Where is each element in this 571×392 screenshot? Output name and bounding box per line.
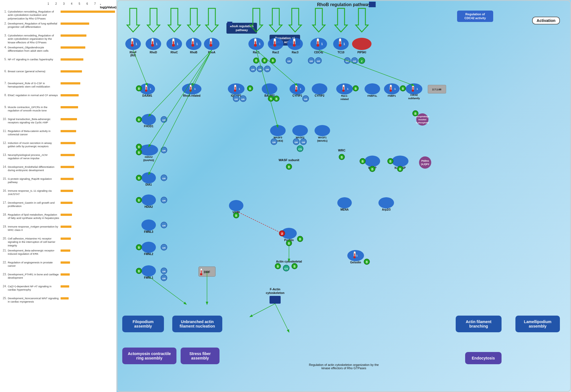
- svg-text:Actin cytoskeletal: Actin cytoskeletal: [276, 260, 302, 263]
- svg-point-89: [344, 58, 350, 64]
- bar-container: [61, 297, 116, 299]
- svg-text:GR: GR: [258, 68, 262, 71]
- filopodium-assembly-box[interactable]: Filopodiumassembly: [122, 316, 164, 332]
- actin-filament-branching-box[interactable]: Actin filamentbranching: [456, 316, 502, 332]
- svg-text:HDIA2: HDIA2: [144, 205, 153, 208]
- svg-point-157: [400, 86, 406, 91]
- row-number: 17.: [2, 201, 8, 204]
- svg-point-267: [364, 259, 370, 264]
- endocytosis-box[interactable]: Endocytosis: [465, 352, 502, 364]
- svg-point-204: [292, 125, 308, 136]
- svg-line-292: [149, 50, 212, 174]
- bar-container: [61, 261, 116, 264]
- svg-text:Cdc42: Cdc42: [410, 94, 418, 96]
- svg-line-293: [256, 50, 297, 86]
- lamellipodium-assembly-box[interactable]: Lamellipodiumassembly: [515, 316, 560, 332]
- svg-point-12: [146, 38, 161, 50]
- bar-label: Regulation of lipid metabolism_Regulatio…: [8, 213, 61, 220]
- list-item[interactable]: 16. Immune response_IL-11 signaling via …: [2, 189, 116, 201]
- list-item[interactable]: 11. Regulation of Beta-catenin activity …: [2, 129, 116, 141]
- list-item[interactable]: 7. Development_Role of G-CSF in hematopo…: [2, 82, 116, 93]
- list-item[interactable]: 19. Immune response_Antigen presentation…: [2, 225, 116, 237]
- list-item[interactable]: 23. Development_PTHR1 in bone and cartil…: [2, 273, 116, 284]
- svg-line-300: [250, 304, 275, 317]
- list-item[interactable]: 3. Cytoskeleton remodeling_Regulation of…: [2, 34, 116, 46]
- list-item[interactable]: 15. G-protein signaling_Rap2B regulation…: [2, 177, 116, 189]
- list-item[interactable]: 5. NF-AT signaling in cardiac hypertroph…: [2, 58, 116, 69]
- svg-rect-195: [200, 268, 202, 274]
- svg-text:Gelsolin: Gelsolin: [350, 261, 361, 264]
- svg-point-246: [337, 197, 352, 208]
- bar: [61, 249, 70, 252]
- list-item[interactable]: 9. Muscle contraction_GPCRs in the regul…: [2, 106, 116, 117]
- svg-point-15: [204, 38, 220, 50]
- svg-marker-3: [188, 8, 200, 32]
- svg-point-149: [247, 86, 253, 91]
- unbranched-actin-box[interactable]: Unbranched actinfilament nucleation: [172, 316, 222, 332]
- bar: [61, 214, 72, 216]
- svg-text:inositol: inositol: [418, 118, 426, 121]
- row-number: 5.: [2, 58, 8, 61]
- stress-fiber-assembly-box[interactable]: Stress fiberassembly: [181, 348, 220, 364]
- svg-line-294: [256, 50, 278, 127]
- svg-point-174: [136, 149, 142, 155]
- bar-label: Induction of mucin secretion in airway g…: [8, 141, 61, 148]
- row-number: 1.: [2, 10, 8, 13]
- svg-text:DRF: DRF: [204, 270, 210, 274]
- svg-text:B: B: [138, 270, 140, 273]
- svg-rect-49: [339, 38, 341, 45]
- svg-point-48: [316, 44, 319, 47]
- svg-text:TC10: TC10: [338, 51, 345, 54]
- svg-text:FHOD1: FHOD1: [144, 125, 153, 128]
- list-item[interactable]: 2. Development_Regulation of lung epithe…: [2, 22, 116, 34]
- list-item[interactable]: 8. ENaC regulation in normal and CF airw…: [2, 94, 116, 105]
- svg-point-20: [333, 38, 349, 50]
- list-item[interactable]: 21. Development_Beta-adrenergic receptor…: [2, 249, 116, 261]
- svg-text:VASP: VASP: [233, 211, 240, 214]
- bar-container: [61, 285, 116, 288]
- list-item[interactable]: 6. Breast cancer (general schema): [2, 70, 116, 81]
- cdc42-reg-box[interactable]: Regulation ofCDC42 activity: [457, 11, 493, 22]
- list-item[interactable]: 1. Cytoskeleton remodeling_Regulation of…: [2, 10, 116, 22]
- bar-container: [61, 118, 116, 120]
- svg-point-206: [293, 139, 299, 145]
- list-item[interactable]: 25. Development_Noncanonical WNT signali…: [2, 297, 116, 308]
- row-number: 24.: [2, 285, 8, 288]
- list-item[interactable]: 17. Development_Gastrin in cell growth a…: [2, 201, 116, 213]
- list-item[interactable]: 20. Cell adhesion_Histamine H1 receptor …: [2, 237, 116, 249]
- rac1-reg-box[interactable]: Regulation ofRAC1 activity: [270, 35, 300, 46]
- svg-line-290: [149, 50, 212, 116]
- bar: [61, 34, 86, 37]
- svg-marker-7: [289, 8, 301, 32]
- svg-text:RhoD: RhoD: [150, 51, 157, 54]
- actomyosin-ring-box[interactable]: Actomyosin contractilering assembly: [122, 348, 176, 364]
- list-item[interactable]: 14. Development_Endothelial differentiat…: [2, 165, 116, 177]
- right-panel[interactable]: RhoB regulation pathway Activation Regul…: [117, 0, 571, 392]
- svg-text:Arp2/3: Arp2/3: [382, 208, 391, 211]
- svg-point-33: [191, 44, 194, 47]
- list-item[interactable]: 22. Regulation of angiogenesis in prosta…: [2, 261, 116, 273]
- bar: [61, 202, 73, 204]
- list-item[interactable]: 13. Neurophysiological process_ACM regul…: [2, 153, 116, 165]
- bar-container: [61, 106, 116, 108]
- svg-point-13: [166, 38, 182, 50]
- svg-text:GR: GR: [353, 60, 356, 63]
- list-item[interactable]: 4. Development_Oligodendrocyte different…: [2, 46, 116, 58]
- list-item[interactable]: 24. Ca(2+)-dependent NF-AT signaling in …: [2, 285, 116, 296]
- list-item[interactable]: 18. Regulation of lipid metabolism_Regul…: [2, 213, 116, 225]
- svg-point-302: [297, 236, 303, 242]
- bar: [61, 58, 83, 61]
- list-item[interactable]: 10. Signal transduction_Beta-adrenergic …: [2, 118, 116, 129]
- svg-point-112: [384, 83, 400, 94]
- row-number: 10.: [2, 118, 8, 121]
- axis-num-7: 7: [91, 2, 99, 5]
- row-number: 23.: [2, 273, 8, 276]
- bar: [61, 106, 78, 108]
- list-item[interactable]: 12. Induction of mucin secretion in airw…: [2, 141, 116, 153]
- svg-text:(WAVE3): (WAVE3): [273, 139, 283, 142]
- svg-text:1: 1: [343, 43, 345, 46]
- svg-line-301: [275, 304, 289, 332]
- rhoa-box-icon: [227, 22, 232, 26]
- svg-rect-132: [343, 87, 344, 89]
- svg-text:B: B: [138, 146, 140, 149]
